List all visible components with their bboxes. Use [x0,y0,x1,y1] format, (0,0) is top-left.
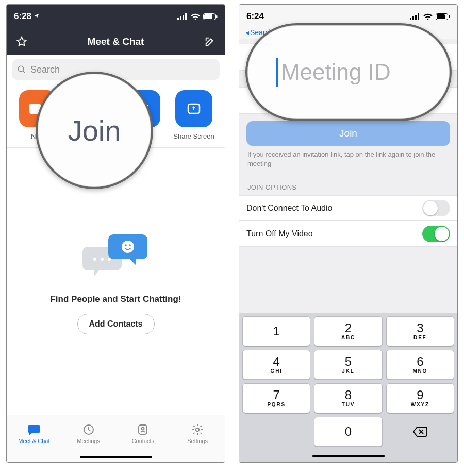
option-dont-connect-audio[interactable]: Don't Connect To Audio [239,195,457,221]
svg-rect-5 [204,14,212,19]
tab-settings-label: Settings [187,438,208,444]
svg-rect-28 [410,18,411,20]
svg-rect-1 [180,16,181,20]
chat-illustration [77,228,155,285]
svg-rect-34 [449,15,450,18]
join-hint: If you received an invitation link, tap … [239,150,457,175]
svg-rect-2 [183,15,184,20]
key-8[interactable]: 8TUV [314,383,382,413]
tab-contacts[interactable]: Contacts [116,415,171,452]
svg-line-8 [23,71,25,73]
key-2[interactable]: 2ABC [314,316,382,346]
key-0[interactable]: 0 [314,417,382,447]
text-cursor [276,58,278,87]
add-contacts-button[interactable]: Add Contacts [77,314,155,334]
svg-point-22 [125,244,127,246]
status-time: 6:28 [14,11,31,22]
toggle-video[interactable] [422,226,450,242]
svg-point-18 [93,258,96,261]
svg-rect-0 [177,18,179,20]
status-right-icons [177,13,218,20]
search-icon [17,65,26,74]
magnifier-join-text: Join [68,114,121,147]
key-blank [242,417,310,447]
back-caret-icon: ◂ [245,28,249,37]
svg-rect-31 [418,13,419,20]
action-share-screen-label: Share Screen [173,132,214,140]
svg-rect-30 [415,15,417,20]
key-5[interactable]: 5JKL [314,350,382,380]
key-backspace[interactable] [386,417,454,447]
location-icon [34,11,40,22]
phone-left: 6:28 Meet & Chat Search N [6,4,225,463]
header-title: Meet & Chat [88,36,144,47]
key-1[interactable]: 1 [242,316,310,346]
toggle-audio[interactable] [422,200,450,216]
key-4[interactable]: 4GHI [242,350,310,380]
battery-icon [436,13,450,20]
wifi-icon [191,13,200,20]
key-7[interactable]: 7PQRS [242,383,310,413]
key-6[interactable]: 6MNO [386,350,454,380]
svg-point-26 [142,427,144,430]
join-button[interactable]: Join [246,121,450,146]
svg-point-23 [129,244,131,246]
numeric-keypad: 1 2ABC 3DEF 4GHI 5JKL 6MNO 7PQRS 8TUV 9W… [239,313,457,450]
phone-right: 6:24 ◂ Search Meeting ID Michael Bryan J… [239,4,458,463]
svg-rect-29 [412,16,414,20]
svg-rect-3 [185,13,187,20]
status-right-icons [410,13,450,20]
tab-meet-chat-label: Meet & Chat [18,438,49,444]
svg-point-19 [101,258,104,261]
wifi-icon [423,13,433,20]
magnifier-join: Join [36,72,153,189]
home-indicator[interactable] [7,452,225,462]
signal-icon [410,13,420,20]
tab-meet-chat[interactable]: Meet & Chat [7,415,61,452]
key-3[interactable]: 3DEF [386,316,454,346]
app-header: Meet & Chat [7,28,225,55]
svg-rect-33 [437,14,445,19]
tab-meetings-label: Meetings [77,438,100,444]
svg-point-27 [196,428,199,431]
status-bar: 6:28 [7,5,225,28]
compose-button[interactable] [202,34,218,49]
home-indicator[interactable] [239,450,457,462]
signal-icon [177,13,188,20]
clock-icon [82,423,95,436]
person-icon [137,423,149,436]
favorites-button[interactable] [14,34,29,49]
svg-point-7 [18,66,24,72]
action-share-screen[interactable]: Share Screen [172,90,216,140]
chat-bubble-icon [27,423,41,436]
option-video-label: Turn Off My Video [246,229,313,239]
key-9[interactable]: 9WXYZ [386,383,454,413]
tab-meetings[interactable]: Meetings [61,415,116,452]
empty-state: Find People and Start Chatting! Add Cont… [7,148,225,415]
svg-point-21 [122,241,134,253]
backspace-icon [412,426,428,437]
magnifier-meeting-id: Meeting ID [245,23,452,121]
battery-icon [203,13,218,20]
magnifier-meeting-id-text: Meeting ID [281,59,391,85]
option-turn-off-video[interactable]: Turn Off My Video [239,221,457,247]
tab-bar: Meet & Chat Meetings Contacts Settings [7,415,225,452]
svg-rect-6 [216,15,218,18]
option-audio-label: Don't Connect To Audio [246,203,332,213]
search-placeholder: Search [30,64,60,75]
empty-caption: Find People and Start Chatting! [50,294,181,304]
gear-icon [191,423,204,436]
status-time: 6:24 [246,11,264,22]
tab-settings[interactable]: Settings [170,415,225,452]
share-screen-icon [186,101,202,116]
tab-contacts-label: Contacts [132,438,154,444]
join-options-label: JOIN OPTIONS [239,175,457,195]
